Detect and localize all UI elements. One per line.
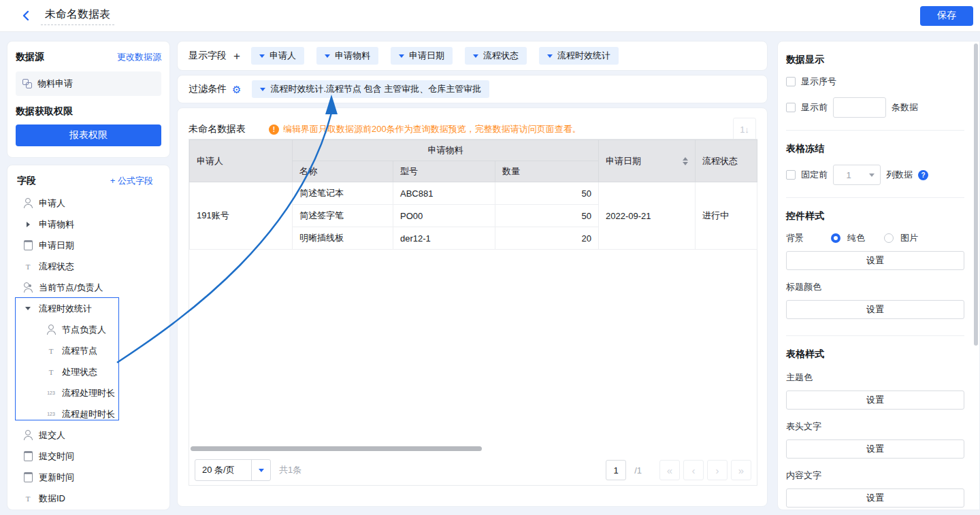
fields-heading: 字段 <box>17 175 36 187</box>
display-field-chip[interactable]: 流程状态 <box>465 47 527 65</box>
field-item[interactable]: 处理状态 <box>7 361 161 382</box>
freeze-count-select[interactable]: 1 <box>833 165 881 185</box>
show-first-checkbox[interactable] <box>786 103 796 112</box>
field-item[interactable]: 申请人 <box>7 193 161 214</box>
filter-condition-chip[interactable]: 流程时效统计.流程节点 包含 主管审批、仓库主管审批 <box>252 80 489 98</box>
pagination-nav: «‹›» <box>659 460 751 480</box>
display-field-chips: 申请人申请物料申请日期流程状态流程时效统计 <box>251 47 619 65</box>
title-color-label: 标题颜色 <box>786 281 964 293</box>
preview-table: 申请人申请物料申请日期流程状态名称型号数量191账号简述笔记本ABC881502… <box>189 139 757 250</box>
field-item[interactable]: 更新时间 <box>7 467 161 488</box>
cell-qty: 50 <box>495 182 599 205</box>
back-icon[interactable] <box>18 7 34 24</box>
caret-right-icon <box>22 219 33 230</box>
col-date[interactable]: 申请日期 <box>599 140 696 182</box>
show-index-checkbox[interactable] <box>786 77 796 86</box>
field-label: 申请人 <box>39 197 65 210</box>
show-first-suffix: 条数据 <box>892 101 918 114</box>
field-label: 流程超时时长 <box>62 408 115 420</box>
users-icon <box>22 282 33 293</box>
display-field-chip[interactable]: 流程时效统计 <box>539 47 619 65</box>
display-field-chip[interactable]: 申请物料 <box>316 47 378 65</box>
add-display-field-button[interactable]: + <box>233 50 240 62</box>
field-item[interactable]: 当前节点/负责人 <box>7 277 161 298</box>
prev-page-icon[interactable]: ‹ <box>683 460 704 480</box>
freeze-checkbox[interactable] <box>786 170 796 180</box>
field-item[interactable]: 流程时效统计 <box>7 298 161 319</box>
background-set-button[interactable]: 设置 <box>786 251 964 270</box>
gear-icon[interactable] <box>232 84 241 95</box>
field-item[interactable]: 申请物料 <box>7 214 161 235</box>
field-item[interactable]: 申请日期 <box>7 235 161 256</box>
calendar-icon <box>22 472 33 483</box>
inspector-panel: 数据显示 显示序号 显示前 条数据 表格冻结 固定前 1 列数据 ? 控件样式 … <box>777 41 980 510</box>
field-list: 申请人申请物料申请日期流程状态当前节点/负责人流程时效统计节点负责人流程节点处理… <box>7 193 161 509</box>
show-first-count-input[interactable] <box>833 97 886 118</box>
sort-arrows-icon[interactable] <box>683 157 688 165</box>
cell-name: 简述笔记本 <box>293 182 393 205</box>
field-item[interactable]: 流程处理时长 <box>7 382 161 403</box>
field-item[interactable]: 数据ID <box>7 488 161 509</box>
page-total: /1 <box>634 465 642 476</box>
horizontal-scrollbar[interactable] <box>191 446 482 451</box>
chevron-down-icon <box>259 469 264 472</box>
col-qty: 数量 <box>495 161 599 182</box>
field-label: 流程节点 <box>62 345 97 357</box>
field-item[interactable]: 节点负责人 <box>7 319 161 340</box>
datasource-item[interactable]: 物料申请 <box>16 71 161 96</box>
preview-notice-text: 编辑界面只取数据源前200条作为查询数据预览，完整数据请访问页面查看。 <box>283 123 581 135</box>
widget-style-heading: 控件样式 <box>786 210 964 222</box>
title-color-set-button[interactable]: 设置 <box>786 300 964 319</box>
show-first-label: 显示前 <box>801 101 828 114</box>
theme-color-set-button[interactable]: 设置 <box>786 391 964 410</box>
page-size-select[interactable]: 20 条/页 <box>195 459 271 481</box>
field-item[interactable]: 提交人 <box>7 425 161 446</box>
field-label: 节点负责人 <box>62 324 106 336</box>
header-text-set-button[interactable]: 设置 <box>786 439 964 459</box>
calendar-icon <box>22 451 33 462</box>
cell-model: ABC881 <box>393 182 495 205</box>
bg-image-label: 图片 <box>900 232 918 244</box>
field-item[interactable]: 流程节点 <box>7 340 161 361</box>
col-model: 型号 <box>393 161 495 182</box>
last-page-icon[interactable]: » <box>731 460 751 480</box>
field-label: 申请日期 <box>39 239 74 252</box>
user-icon <box>46 325 56 335</box>
add-formula-field-link[interactable]: + 公式字段 <box>110 175 153 187</box>
sort-icon[interactable]: 1↓ <box>733 118 756 141</box>
chip-label: 申请日期 <box>409 50 444 62</box>
field-label: 流程状态 <box>39 261 74 273</box>
display-field-chip[interactable]: 申请日期 <box>391 47 453 65</box>
cell-date: 2022-09-21 <box>599 182 696 250</box>
next-page-icon[interactable]: › <box>707 460 728 480</box>
chip-label: 申请人 <box>270 50 296 62</box>
text-icon <box>46 346 56 356</box>
field-label: 处理状态 <box>62 366 97 378</box>
field-label: 提交时间 <box>39 450 74 463</box>
display-field-chip[interactable]: 申请人 <box>251 47 304 65</box>
first-page-icon[interactable]: « <box>659 460 680 480</box>
text-icon <box>46 367 56 378</box>
report-permission-button[interactable]: 报表权限 <box>16 124 161 146</box>
chip-label: 流程状态 <box>483 50 519 62</box>
field-item[interactable]: 流程状态 <box>7 256 161 277</box>
data-display-heading: 数据显示 <box>786 54 964 66</box>
filter-condition-text: 流程时效统计.流程节点 包含 主管审批、仓库主管审批 <box>270 83 481 95</box>
vertical-scrollbar[interactable] <box>974 44 978 346</box>
datasource-heading: 数据源 <box>16 51 44 63</box>
field-item[interactable]: 流程超时时长 <box>7 403 161 425</box>
bg-solid-radio[interactable] <box>831 233 840 243</box>
display-fields-bar: 显示字段 + 申请人申请物料申请日期流程状态流程时效统计 <box>177 41 768 71</box>
text-icon <box>22 493 33 504</box>
col-status: 流程状态 <box>696 140 757 182</box>
help-icon[interactable]: ? <box>918 170 928 180</box>
field-item[interactable]: 提交时间 <box>7 446 161 467</box>
save-button[interactable]: 保存 <box>920 6 973 26</box>
freeze-suffix: 列数据 <box>886 169 913 181</box>
bg-image-radio[interactable] <box>884 233 894 243</box>
col-name: 名称 <box>293 161 393 182</box>
page-title[interactable]: 未命名数据表 <box>41 6 114 25</box>
page-number-input[interactable]: 1 <box>606 460 626 480</box>
content-text-set-button[interactable]: 设置 <box>786 488 964 508</box>
change-datasource-link[interactable]: 更改数据源 <box>117 51 161 63</box>
